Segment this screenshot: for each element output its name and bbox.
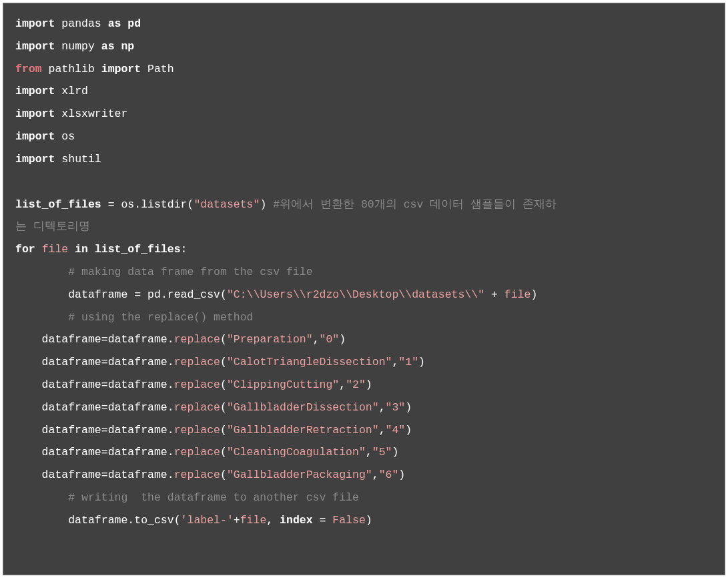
token-string: "C:\\Users\\r2dzo\\Desktop\\datasets\\" — [227, 288, 484, 301]
token-ident: dataframe — [68, 514, 127, 527]
token-ident: dataframe — [108, 446, 167, 459]
token-ident — [498, 288, 504, 301]
token-string: "0" — [320, 333, 340, 346]
token-ident: dataframe — [108, 401, 167, 414]
code-line: import xlrd — [15, 80, 713, 103]
code-line: # making data frame from the csv file — [15, 261, 713, 284]
token-var-file: file — [42, 243, 69, 256]
token-ident: dataframe — [108, 469, 167, 481]
token-ident — [266, 198, 273, 211]
token-paren: ( — [220, 288, 227, 301]
code-line: import os — [15, 125, 713, 148]
code-line — [15, 171, 713, 194]
code-line: dataframe=dataframe.replace("CleaningCoa… — [15, 441, 713, 464]
token-comment: # writing the dataframe to another csv f… — [68, 491, 359, 504]
token-ident — [326, 514, 332, 527]
token-paren: ( — [220, 356, 227, 368]
token-method: replace — [174, 424, 220, 437]
token-kw-in: in — [75, 243, 88, 256]
code-line: import numpy as np — [15, 35, 713, 58]
code-line: 는 디텍토리명 — [15, 216, 713, 238]
token-op: = — [101, 424, 108, 437]
token-punct: , — [366, 446, 372, 459]
token-ident: dataframe — [108, 424, 167, 437]
token-method: replace — [174, 333, 220, 346]
token-kw-from: from — [15, 63, 42, 75]
token-kw-import: import — [15, 130, 55, 143]
token-paren: ( — [220, 401, 227, 414]
token-punct: . — [167, 424, 174, 437]
token-string: "GallbladderPackaging" — [227, 469, 372, 481]
token-punct: . — [167, 356, 174, 368]
token-string: "Preparation" — [227, 333, 313, 346]
token-string: "GallbladderDissection" — [227, 401, 379, 414]
code-line: from pathlib import Path — [15, 58, 713, 81]
token-ident — [35, 243, 42, 256]
token-paren: ) — [366, 378, 372, 391]
token-paren: ) — [405, 401, 412, 414]
token-ident: dataframe — [108, 378, 167, 391]
token-ident-bold: list_of_files — [15, 198, 108, 211]
token-string: "4" — [386, 424, 406, 437]
token-paren: ) — [392, 446, 398, 459]
token-punct: . — [167, 378, 174, 391]
token-op: + — [234, 514, 240, 527]
code-line: list_of_files = os.listdir("datasets") #… — [15, 194, 713, 216]
token-paren: ) — [398, 469, 405, 481]
token-ident: dataframe — [42, 446, 101, 459]
token-paren: ( — [187, 198, 194, 211]
token-paren: ) — [366, 514, 372, 527]
token-string: "1" — [398, 356, 418, 368]
token-ident: dataframe — [108, 333, 167, 346]
token-punct: , — [379, 401, 386, 414]
token-ident: dataframe — [42, 333, 101, 346]
token-string: 'label-' — [181, 514, 234, 527]
token-op: + — [491, 288, 498, 301]
token-paren: ( — [220, 378, 227, 391]
token-op: = — [101, 469, 108, 481]
token-string: "CleaningCoagulation" — [227, 446, 366, 459]
token-kw-import: import — [101, 63, 141, 75]
token-method: replace — [174, 401, 220, 414]
token-alias: np — [115, 40, 135, 53]
token-punct: . — [161, 288, 167, 301]
code-line: import shutil — [15, 148, 713, 171]
token-comment: 는 디텍토리명 — [15, 220, 90, 233]
token-comment: # using the replace() method — [68, 311, 253, 324]
token-kw-import: import — [15, 153, 55, 166]
token-method: replace — [174, 469, 220, 481]
token-kw-for: for — [15, 243, 35, 256]
token-kw-as: as — [101, 40, 115, 53]
token-alias: pd — [121, 17, 141, 30]
token-string: "datasets" — [194, 198, 260, 211]
token-op: = — [101, 401, 108, 414]
token-kw-import: import — [15, 17, 55, 30]
code-line: dataframe=dataframe.replace("Preparation… — [15, 328, 713, 351]
token-paren: ) — [260, 198, 266, 211]
token-method: replace — [174, 378, 220, 391]
token-punct: , — [392, 356, 398, 368]
token-op: = — [101, 356, 108, 368]
token-string: "6" — [379, 469, 399, 481]
token-ident — [484, 288, 491, 301]
token-string: "ClippingCutting" — [227, 378, 339, 391]
token-kw-import: import — [15, 40, 55, 53]
token-paren: ( — [220, 424, 227, 437]
token-string: "5" — [372, 446, 392, 459]
token-paren: ( — [220, 446, 227, 459]
token-ident: pd — [141, 288, 161, 301]
token-string: "GallbladderRetraction" — [227, 424, 379, 437]
token-method: replace — [174, 356, 220, 368]
token-punct: , — [313, 333, 320, 346]
token-ident: os — [55, 130, 75, 143]
token-punct: . — [167, 469, 174, 481]
token-paren: ( — [220, 469, 227, 481]
token-op: = — [134, 288, 141, 301]
token-ident: os — [115, 198, 135, 211]
token-string: "CalotTriangleDissection" — [227, 356, 392, 368]
token-var-file: file — [504, 288, 531, 301]
token-ident: dataframe — [42, 424, 101, 437]
token-op: = — [320, 514, 326, 527]
token-punct: . — [127, 514, 134, 527]
token-kw-import: import — [15, 107, 55, 120]
